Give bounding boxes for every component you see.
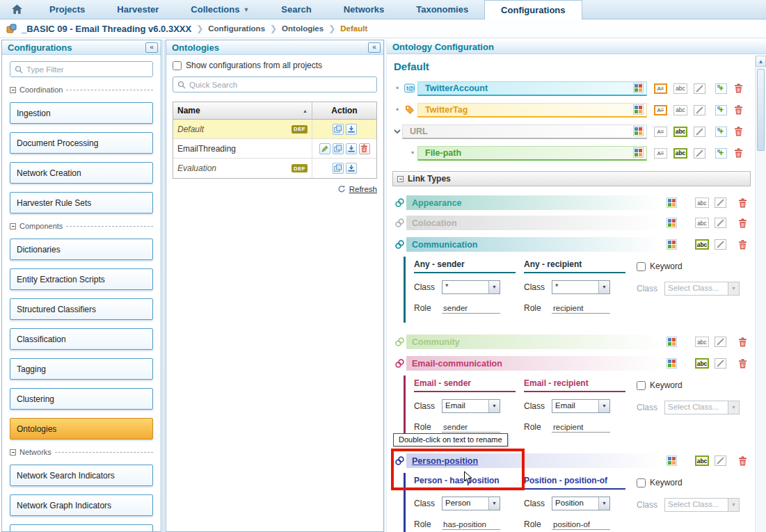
breadcrumb-default[interactable]: Default — [340, 24, 367, 33]
grid-icon[interactable] — [633, 83, 644, 93]
keyword-checkbox[interactable] — [637, 478, 646, 487]
role-input[interactable]: sender — [442, 421, 500, 433]
annotation-icon[interactable]: A≡ — [654, 105, 667, 115]
delete-icon[interactable] — [737, 198, 748, 209]
sidebar-item-partial[interactable] — [10, 524, 153, 532]
edit-icon[interactable] — [715, 239, 726, 250]
role-input[interactable]: has-position — [442, 518, 500, 530]
collapse-section-icon[interactable] — [10, 223, 16, 229]
abc-icon[interactable]: abc — [695, 239, 709, 250]
download-icon[interactable] — [346, 124, 357, 135]
grid-icon[interactable] — [667, 358, 677, 369]
refresh-link[interactable]: Refresh — [349, 185, 377, 193]
sidebar-item-clustering[interactable]: Clustering — [10, 388, 153, 410]
link-email-communication[interactable]: Email-communication — [406, 356, 662, 371]
entity-twitter-tag[interactable]: TwitterTag — [417, 103, 647, 118]
keyword-checkbox[interactable] — [637, 381, 646, 390]
add-icon[interactable]: + — [715, 83, 727, 94]
collapse-panel-button[interactable]: « — [145, 42, 158, 53]
collapse-section-icon[interactable] — [397, 176, 404, 182]
entity-twitter-account[interactable]: TwitterAccount — [417, 81, 647, 96]
abc-icon[interactable]: abc — [673, 83, 687, 94]
edit-icon[interactable] — [694, 127, 705, 137]
vertical-scrollbar[interactable]: ▲ — [755, 56, 766, 532]
edit-icon[interactable] — [694, 148, 705, 159]
collapse-panel-button[interactable]: « — [368, 42, 381, 53]
abc-icon[interactable]: abc — [695, 337, 709, 347]
role-input[interactable]: recipient — [552, 421, 610, 433]
delete-icon[interactable] — [737, 456, 748, 467]
breadcrumb-configurations[interactable]: Configurations — [208, 24, 265, 33]
role-input[interactable]: recipient — [552, 302, 610, 314]
show-all-projects-checkbox[interactable] — [173, 61, 182, 70]
delete-icon[interactable] — [733, 83, 744, 94]
type-filter-input[interactable] — [26, 65, 148, 74]
sidebar-item-ingestion[interactable]: Ingestion — [10, 102, 153, 124]
link-communication[interactable]: Communication — [406, 237, 662, 252]
sidebar-item-network-search-indicators[interactable]: Network Search Indicators — [10, 465, 153, 486]
add-icon[interactable]: + — [715, 148, 727, 159]
grid-icon[interactable] — [633, 126, 644, 136]
edit-icon[interactable] — [694, 105, 705, 115]
edit-icon[interactable] — [715, 337, 726, 347]
add-icon[interactable]: + — [715, 105, 727, 115]
abc-icon[interactable]: abc — [695, 456, 709, 466]
grid-icon[interactable] — [667, 198, 677, 208]
grid-icon[interactable] — [633, 147, 644, 158]
copy-icon[interactable] — [333, 163, 344, 174]
sidebar-item-classification[interactable]: Classification — [10, 328, 153, 350]
nav-networks[interactable]: Networks — [328, 0, 401, 19]
scroll-up-button[interactable]: ▲ — [756, 56, 766, 67]
abc-icon[interactable]: abc — [695, 358, 709, 369]
class-select[interactable]: Position▼ — [552, 497, 610, 510]
abc-icon[interactable]: abc — [673, 127, 687, 137]
nav-collections[interactable]: Collections▼ — [175, 0, 265, 19]
abc-icon[interactable]: abc — [695, 218, 709, 228]
edit-icon[interactable] — [715, 198, 726, 208]
sidebar-item-network-graph-indicators[interactable]: Network Graph Indicators — [10, 494, 153, 516]
sidebar-item-structured-classifiers[interactable]: Structured Classifiers — [10, 298, 153, 320]
entity-file-path[interactable]: File-path — [417, 146, 647, 161]
edit-icon[interactable] — [694, 83, 705, 94]
chevron-down-icon[interactable] — [392, 127, 402, 136]
keyword-checkbox[interactable] — [637, 262, 646, 271]
scrollbar-thumb[interactable] — [757, 69, 765, 151]
edit-icon[interactable] — [715, 218, 726, 228]
edit-icon[interactable] — [715, 456, 726, 466]
class-select[interactable]: *▼ — [442, 280, 500, 294]
edit-icon[interactable] — [715, 358, 726, 369]
delete-icon[interactable] — [359, 143, 370, 154]
download-icon[interactable] — [346, 143, 357, 154]
delete-icon[interactable] — [733, 126, 744, 137]
sidebar-item-document-processing[interactable]: Document Processing — [10, 132, 153, 154]
class-select[interactable]: *▼ — [552, 280, 610, 294]
delete-icon[interactable] — [733, 104, 744, 115]
home-button[interactable] — [0, 0, 33, 19]
grid-icon[interactable] — [667, 337, 677, 347]
panel-splitter[interactable] — [162, 40, 165, 532]
nav-harvester[interactable]: Harvester — [101, 0, 175, 19]
delete-icon[interactable] — [737, 218, 748, 229]
download-icon[interactable] — [346, 163, 357, 174]
table-row-default[interactable]: Default DEF — [173, 120, 376, 139]
quick-search-input[interactable] — [189, 81, 372, 89]
abc-icon[interactable]: abc — [673, 105, 687, 115]
link-appearance[interactable]: Appearance — [406, 195, 662, 210]
add-icon[interactable]: + — [715, 127, 727, 137]
sidebar-item-ontologies[interactable]: Ontologies — [10, 418, 153, 440]
class-select[interactable]: Email▼ — [442, 399, 500, 413]
abc-icon[interactable]: abc — [695, 198, 709, 208]
grid-icon[interactable] — [633, 104, 644, 115]
sidebar-item-network-creation[interactable]: Network Creation — [10, 162, 153, 184]
annotation-icon[interactable]: A≡ — [654, 83, 667, 94]
nav-taxonomies[interactable]: Taxonomies — [400, 0, 484, 19]
grid-icon[interactable] — [667, 456, 677, 466]
delete-icon[interactable] — [737, 239, 748, 250]
class-select[interactable]: Person▼ — [442, 497, 500, 510]
table-row-emailthreading[interactable]: EmailThreading — [173, 139, 376, 159]
grid-icon[interactable] — [667, 239, 677, 250]
column-name[interactable]: Name ▲ — [173, 102, 312, 119]
sidebar-item-entity-extraction-scripts[interactable]: Entity Extraction Scripts — [10, 268, 153, 290]
breadcrumb-ontologies[interactable]: Ontologies — [282, 24, 324, 33]
entity-url[interactable]: URL — [402, 124, 647, 139]
